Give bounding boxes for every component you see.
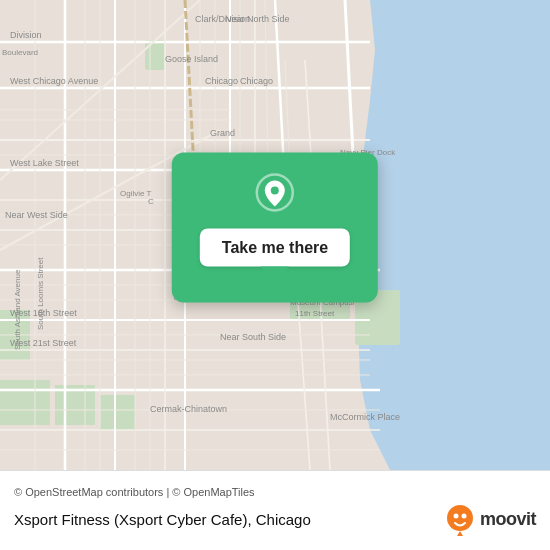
svg-point-83 [271, 187, 279, 195]
moovit-logo: moovit [444, 504, 536, 536]
place-name: Xsport Fitness (Xsport Cyber Cafe), Chic… [14, 511, 311, 528]
svg-text:West Lake Street: West Lake Street [10, 158, 79, 168]
location-icon-wrapper [253, 171, 297, 219]
footer: © OpenStreetMap contributors | © OpenMap… [0, 470, 550, 550]
moovit-icon [444, 504, 476, 536]
moovit-text: moovit [480, 509, 536, 530]
svg-point-86 [461, 513, 466, 518]
svg-text:South Loomis Street: South Loomis Street [36, 257, 45, 330]
svg-text:Near North Side: Near North Side [225, 14, 290, 24]
footer-bottom: Xsport Fitness (Xsport Cyber Cafe), Chic… [14, 504, 536, 536]
svg-text:11th Street: 11th Street [295, 309, 335, 318]
svg-point-85 [453, 513, 458, 518]
svg-rect-5 [0, 380, 50, 425]
map-popup: Take me there [172, 153, 378, 303]
svg-text:West Chicago Avenue: West Chicago Avenue [10, 76, 98, 86]
svg-text:Chicago: Chicago [240, 76, 273, 86]
svg-text:McCormick Place: McCormick Place [330, 412, 400, 422]
svg-point-84 [447, 505, 473, 531]
svg-marker-1 [355, 0, 550, 470]
svg-text:Cermak-Chinatown: Cermak-Chinatown [150, 404, 227, 414]
popup-bubble: Take me there [172, 153, 378, 303]
svg-text:Grand: Grand [210, 128, 235, 138]
svg-rect-7 [100, 395, 135, 430]
svg-text:Goose Island: Goose Island [165, 54, 218, 64]
svg-text:C: C [148, 197, 154, 206]
svg-text:South Ashland Avenue: South Ashland Avenue [13, 269, 22, 350]
svg-text:Division: Division [10, 30, 42, 40]
svg-text:Near West Side: Near West Side [5, 210, 68, 220]
svg-text:Ogilvie T: Ogilvie T [120, 189, 152, 198]
map-container: Division West Chicago Avenue West Lake S… [0, 0, 550, 470]
map-attribution: © OpenStreetMap contributors | © OpenMap… [14, 486, 536, 498]
svg-text:Boulevard: Boulevard [2, 48, 38, 57]
svg-rect-8 [145, 40, 165, 70]
svg-text:Chicago: Chicago [205, 76, 238, 86]
svg-text:Near South Side: Near South Side [220, 332, 286, 342]
location-pin-icon [253, 171, 297, 215]
take-me-there-button[interactable]: Take me there [200, 229, 350, 267]
